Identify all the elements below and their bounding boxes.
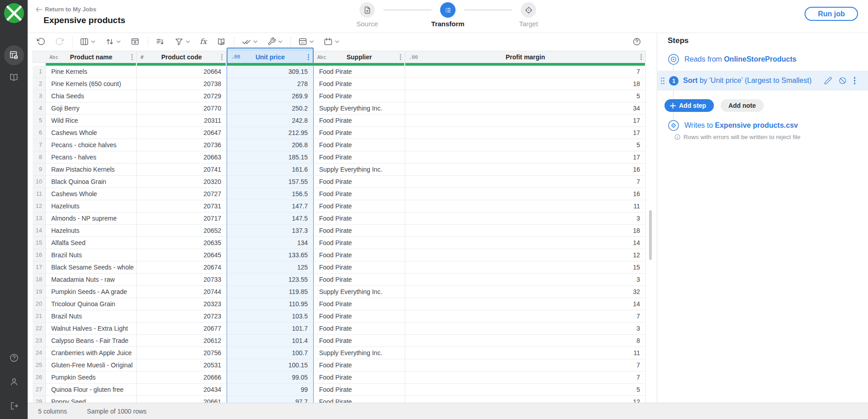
cell-product-name[interactable]: Alfalfa Seed [46, 237, 137, 249]
cell-product-name[interactable]: Cashews Whole [46, 127, 137, 139]
row-number[interactable]: 7 [33, 139, 46, 151]
edit-step-button[interactable] [824, 77, 832, 85]
row-number[interactable]: 21 [33, 310, 46, 323]
cell-product-code[interactable]: 20320 [137, 176, 227, 188]
row-number[interactable]: 18 [33, 274, 46, 286]
cell-product-code[interactable]: 20731 [137, 200, 227, 212]
cell-product-name[interactable]: Gluten-Free Muesli - Original [46, 359, 137, 371]
cell-product-code[interactable]: 20729 [137, 90, 227, 102]
cell-product-name[interactable]: Hazelnuts [46, 200, 137, 212]
undo-button[interactable] [33, 35, 49, 48]
cell-product-code[interactable]: 20531 [137, 359, 227, 371]
cell-supplier[interactable]: Food Pirate [314, 151, 405, 164]
cell-unit-price[interactable]: 100.15 [227, 359, 314, 371]
cell-supplier[interactable]: Food Pirate [314, 176, 405, 188]
cell-product-name[interactable]: Poppy Seed [46, 396, 137, 403]
cell-supplier[interactable]: Food Pirate [314, 78, 405, 90]
cell-profit-margin[interactable]: 8 [405, 335, 646, 347]
source-step-text[interactable]: Reads from OnlineStoreProducts [684, 55, 796, 63]
cell-product-name[interactable]: Chia Seeds [46, 90, 137, 102]
cell-profit-margin[interactable]: 5 [405, 90, 646, 102]
row-number[interactable]: 23 [33, 335, 46, 347]
cell-profit-margin[interactable]: 12 [405, 396, 646, 403]
row-number[interactable]: 19 [33, 286, 46, 298]
cell-product-code[interactable]: 20733 [137, 274, 227, 286]
cell-product-name[interactable]: Hazelnuts [46, 225, 137, 237]
sidebar-item-help[interactable] [9, 353, 19, 363]
sort-step-text[interactable]: Sort by 'Unit price' (Largest to Smalles… [683, 77, 812, 85]
cell-profit-margin[interactable]: 3 [405, 274, 646, 286]
column-menu-icon[interactable] [131, 53, 134, 61]
row-number[interactable]: 3 [33, 90, 46, 102]
stepper-transform[interactable]: Transform [432, 2, 464, 28]
cell-product-name[interactable]: Black Quinoa Grain [46, 176, 137, 188]
cell-product-code[interactable]: 20723 [137, 310, 227, 323]
cell-supplier[interactable]: Food Pirate [314, 237, 405, 249]
target-step-text[interactable]: Writes to Expensive products.csv [684, 121, 798, 130]
cell-unit-price[interactable]: 99.05 [227, 371, 314, 384]
row-number[interactable]: 8 [33, 151, 46, 164]
cell-profit-margin[interactable]: 7 [405, 176, 646, 188]
row-number[interactable]: 4 [33, 102, 46, 115]
cell-product-name[interactable]: Wild Rice [46, 115, 137, 127]
cell-supplier[interactable]: Food Pirate [314, 359, 405, 371]
cell-profit-margin[interactable]: 14 [405, 237, 646, 249]
cell-unit-price[interactable]: 156.5 [227, 188, 314, 200]
disable-step-button[interactable] [839, 77, 847, 85]
sidebar-item-logout[interactable] [9, 401, 19, 411]
cell-supplier[interactable]: Food Pirate [314, 115, 405, 127]
column-menu-icon[interactable] [307, 53, 310, 61]
cell-unit-price[interactable]: 119.85 [227, 286, 314, 298]
cell-unit-price[interactable]: 269.9 [227, 90, 314, 102]
cell-unit-price[interactable]: 250.2 [227, 102, 314, 115]
cell-product-name[interactable]: Black Sesame Seeds - whole [46, 261, 137, 274]
cell-unit-price[interactable]: 99 [227, 384, 314, 396]
row-number[interactable]: 9 [33, 164, 46, 176]
cell-profit-margin[interactable]: 17 [405, 127, 646, 139]
cell-product-code[interactable]: 20635 [137, 237, 227, 249]
row-number[interactable]: 1 [33, 66, 46, 78]
cell-profit-margin[interactable]: 7 [405, 310, 646, 323]
cell-supplier[interactable]: Food Pirate [314, 188, 405, 200]
cell-product-code[interactable]: 20323 [137, 298, 227, 310]
cell-unit-price[interactable]: 212.95 [227, 127, 314, 139]
drag-handle-icon[interactable] [660, 77, 665, 85]
cell-product-name[interactable]: Pumpkin Seeds [46, 371, 137, 384]
cell-unit-price[interactable]: 309.15 [227, 66, 314, 78]
cell-profit-margin[interactable]: 17 [405, 151, 646, 164]
cell-product-code[interactable]: 20434 [137, 384, 227, 396]
stepper-target[interactable]: Target [512, 2, 545, 28]
row-number[interactable]: 12 [33, 200, 46, 212]
vertical-scrollbar[interactable] [649, 210, 652, 260]
cell-product-name[interactable]: Pecans - choice halves [46, 139, 137, 151]
cell-product-code[interactable]: 20717 [137, 212, 227, 225]
cell-product-code[interactable]: 20727 [137, 188, 227, 200]
cell-unit-price[interactable]: 125 [227, 261, 314, 274]
cell-unit-price[interactable]: 278 [227, 78, 314, 90]
cell-product-name[interactable]: Macadamia Nuts - raw [46, 274, 137, 286]
cell-supplier[interactable]: Supply Everything Inc. [314, 164, 405, 176]
cell-product-code[interactable]: 20770 [137, 102, 227, 115]
add-step-button[interactable]: Add step [664, 99, 714, 112]
formula-button[interactable]: fx [196, 35, 210, 48]
table-button[interactable] [295, 35, 317, 48]
cell-unit-price[interactable]: 157.55 [227, 176, 314, 188]
cell-product-code[interactable]: 20744 [137, 286, 227, 298]
cell-product-code[interactable]: 20612 [137, 335, 227, 347]
cell-supplier[interactable]: Food Pirate [314, 261, 405, 274]
row-number[interactable]: 20 [33, 298, 46, 310]
row-number[interactable]: 5 [33, 115, 46, 127]
cell-product-code[interactable]: 20756 [137, 347, 227, 359]
cell-product-code[interactable]: 20647 [137, 127, 227, 139]
cell-unit-price[interactable]: 137.3 [227, 225, 314, 237]
cell-supplier[interactable]: Food Pirate [314, 200, 405, 212]
cell-product-name[interactable]: Tricolour Quinoa Grain [46, 298, 137, 310]
cell-product-code[interactable]: 20741 [137, 164, 227, 176]
cell-product-name[interactable]: Cashews Whole [46, 188, 137, 200]
cell-product-code[interactable]: 20652 [137, 225, 227, 237]
cell-unit-price[interactable]: 110.95 [227, 298, 314, 310]
cell-product-name[interactable]: Pine Kernels (650 count) [46, 78, 137, 90]
stepper-source[interactable]: Source [351, 2, 383, 28]
column-header-unit-price[interactable]: .00 Unit price [227, 51, 314, 63]
cell-profit-margin[interactable]: 17 [405, 115, 646, 127]
